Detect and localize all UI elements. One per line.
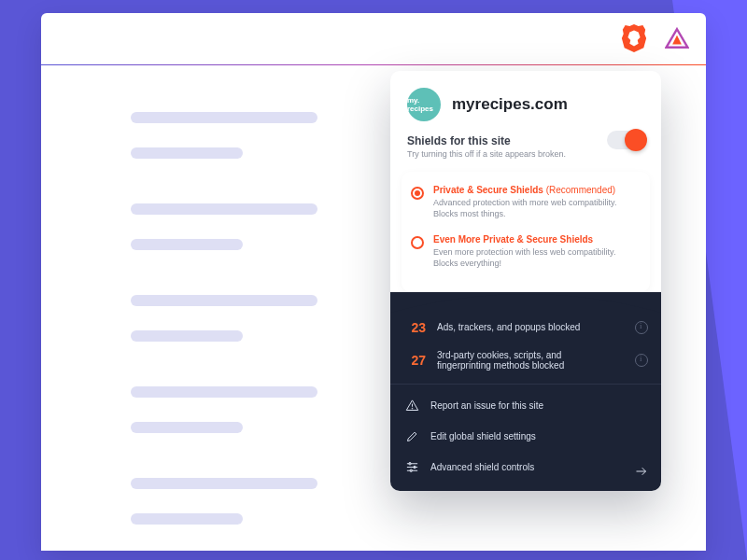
page-skeleton [131,112,374,560]
shield-level-options: Private & Secure Shields (Recommended) A… [402,172,650,292]
sliders-icon [405,460,419,474]
brave-shields-icon[interactable] [620,22,648,58]
option-even-more-private[interactable]: Even More Private & Secure Shields Even … [402,227,650,276]
shields-toggle[interactable] [607,131,644,149]
stat-label: Ads, trackers, and popups blocked [437,322,580,332]
option-desc: Advanced protection with more web compat… [433,197,629,219]
browser-toolbar [41,13,706,65]
stat-ads-blocked: 23 Ads, trackers, and popups blocked [390,313,661,343]
site-name: myrecipes.com [452,95,568,114]
stat-cookies-blocked: 27 3rd-party cookies, scripts, and finge… [390,343,661,378]
action-global-settings[interactable]: Edit global shield settings [390,421,661,452]
stat-label: 3rd-party cookies, scripts, and fingerpr… [437,350,605,371]
shields-dark-section: 23 Ads, trackers, and popups blocked 27 … [390,292,661,491]
arrow-right-icon [634,464,648,478]
shields-popover: my. recipes myrecipes.com Shields for th… [390,71,661,491]
radio-icon [411,236,424,249]
pencil-icon [405,429,419,443]
radio-icon [411,187,424,200]
bat-icon[interactable] [665,27,689,53]
action-advanced-controls[interactable]: Advanced shield controls [390,452,661,491]
shields-subtitle: Try turning this off if a site appears b… [407,149,644,159]
info-icon[interactable] [635,354,648,367]
option-desc: Even more protection with less web compa… [433,246,629,269]
warning-triangle-icon [405,399,419,413]
info-icon[interactable] [635,321,648,334]
action-report-issue[interactable]: Report an issue for this site [390,390,661,421]
site-favicon: my. recipes [407,88,441,121]
browser-window: my. recipes myrecipes.com Shields for th… [41,13,706,551]
svg-point-1 [412,408,413,409]
option-private-secure[interactable]: Private & Secure Shields (Recommended) A… [402,177,650,227]
